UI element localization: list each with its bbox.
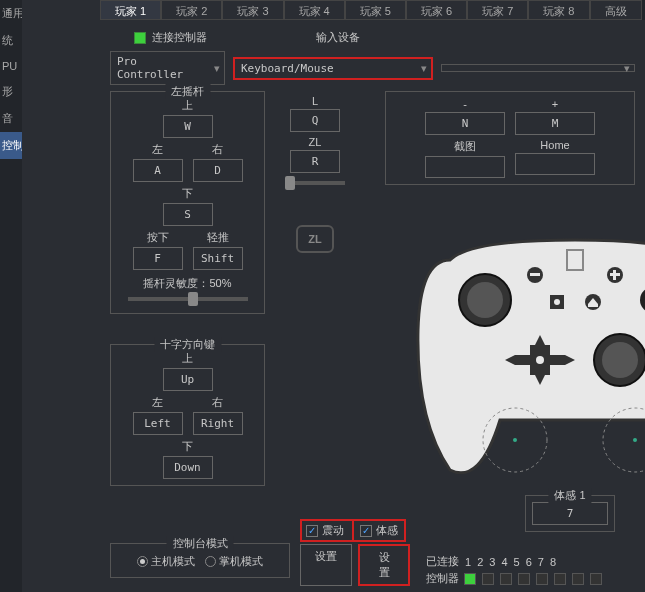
lstick-down-label: 下 — [182, 186, 193, 201]
lstick-mod-label: 轻推 — [207, 230, 229, 245]
connect-controller-label: 连接控制器 — [152, 30, 207, 45]
svg-point-29 — [513, 438, 517, 442]
home-label: Home — [540, 139, 569, 151]
controller-leds-label: 控制器 — [426, 571, 459, 586]
l-key[interactable]: Q — [290, 109, 340, 132]
dpad-down-label: 下 — [182, 439, 193, 454]
capture-label: 截图 — [454, 139, 476, 154]
minus-key[interactable]: N — [425, 112, 505, 135]
dpad-right-label: 右 — [212, 395, 223, 410]
l-label: L — [312, 95, 318, 107]
console-mode-title: 控制台模式 — [167, 536, 234, 551]
plus-key[interactable]: M — [515, 112, 595, 135]
tab-player-4[interactable]: 玩家 4 — [284, 0, 345, 20]
console-mode-group: 控制台模式 主机模式 掌机模式 — [110, 543, 290, 578]
zl-key[interactable]: R — [290, 150, 340, 173]
svg-point-25 — [554, 299, 560, 305]
stick-sensitivity-label: 摇杆灵敏度：50% — [117, 276, 258, 291]
lstick-left-label: 左 — [152, 142, 163, 157]
sidebar-item-controls[interactable]: 控制 — [0, 132, 22, 159]
dpad-up-label: 上 — [182, 351, 193, 366]
dpad-group: 十字方向键 上Up 左Left 右Right 下Down — [110, 344, 265, 486]
home-key[interactable] — [515, 153, 595, 175]
controller-type-dropdown[interactable]: Pro Controller — [110, 51, 225, 85]
settings-sidebar: 通用 统 PU 形 音 控制 — [0, 0, 22, 592]
player-tabs: 玩家 1 玩家 2 玩家 3 玩家 4 玩家 5 玩家 6 玩家 7 玩家 8 … — [100, 0, 645, 20]
led-5 — [536, 573, 548, 585]
dpad-title: 十字方向键 — [154, 337, 221, 352]
tab-player-2[interactable]: 玩家 2 — [161, 0, 222, 20]
slot-numbers: 12345678 — [465, 556, 556, 568]
controller-diagram: X Y A B — [410, 220, 645, 490]
tab-player-5[interactable]: 玩家 5 — [345, 0, 406, 20]
profile-dropdown[interactable] — [441, 64, 635, 72]
dpad-up-key[interactable]: Up — [163, 368, 213, 391]
motion-checkbox-group[interactable]: ✓体感 — [352, 519, 406, 542]
input-device-dropdown[interactable]: Keyboard/Mouse — [233, 57, 433, 80]
connected-label: 已连接 — [426, 554, 459, 569]
tab-advanced[interactable]: 高级 — [590, 0, 642, 20]
led-8 — [590, 573, 602, 585]
tab-player-6[interactable]: 玩家 6 — [406, 0, 467, 20]
minus-label: - — [463, 98, 467, 110]
sidebar-item-cpu[interactable]: PU — [0, 54, 22, 78]
svg-point-1 — [467, 282, 503, 318]
led-4 — [518, 573, 530, 585]
lstick-left-key[interactable]: A — [133, 159, 183, 182]
zl-label: ZL — [309, 136, 322, 148]
led-6 — [554, 573, 566, 585]
tab-player-1[interactable]: 玩家 1 — [100, 0, 161, 20]
dpad-left-key[interactable]: Left — [133, 412, 183, 435]
left-stick-group: 左摇杆 上 W 左A 右D 下 S 按下F 轻推Shift 摇杆灵敏度：50% — [110, 91, 265, 314]
sidebar-item-system[interactable]: 统 — [0, 27, 22, 54]
tab-player-3[interactable]: 玩家 3 — [222, 0, 283, 20]
motion-settings-button[interactable]: 设置 — [358, 544, 410, 586]
capture-key[interactable] — [425, 156, 505, 178]
lstick-press-label: 按下 — [147, 230, 169, 245]
lstick-right-label: 右 — [212, 142, 223, 157]
plus-label: + — [552, 98, 558, 110]
svg-rect-20 — [530, 273, 540, 276]
lstick-press-key[interactable]: F — [133, 247, 183, 270]
connect-controller-checkbox[interactable] — [134, 32, 146, 44]
lstick-mod-key[interactable]: Shift — [193, 247, 243, 270]
sidebar-item-graphics[interactable]: 形 — [0, 78, 22, 105]
svg-point-8 — [536, 356, 544, 364]
rumble-settings-button[interactable]: 设置 — [300, 544, 352, 586]
tab-player-7[interactable]: 玩家 7 — [467, 0, 528, 20]
led-7 — [572, 573, 584, 585]
rumble-checkbox-group[interactable]: ✓震动 — [300, 519, 354, 542]
lstick-up-label: 上 — [182, 98, 193, 113]
dpad-right-key[interactable]: Right — [193, 412, 243, 435]
left-stick-title: 左摇杆 — [165, 84, 210, 99]
svg-point-31 — [633, 438, 637, 442]
stick-sensitivity-slider[interactable] — [128, 297, 248, 301]
trigger-threshold-slider[interactable] — [285, 181, 345, 185]
tab-player-8[interactable]: 玩家 8 — [528, 0, 589, 20]
zl-display: ZL — [296, 225, 333, 253]
dpad-down-key[interactable]: Down — [163, 456, 213, 479]
input-device-label: 输入设备 — [238, 30, 438, 45]
lstick-up-key[interactable]: W — [163, 115, 213, 138]
led-1 — [464, 573, 476, 585]
dpad-left-label: 左 — [152, 395, 163, 410]
led-2 — [482, 573, 494, 585]
sidebar-item-audio[interactable]: 音 — [0, 105, 22, 132]
led-3 — [500, 573, 512, 585]
lstick-down-key[interactable]: S — [163, 203, 213, 226]
handheld-radio[interactable]: 掌机模式 — [205, 554, 263, 569]
svg-point-10 — [602, 342, 638, 378]
motion-title: 体感 1 — [548, 488, 591, 503]
docked-radio[interactable]: 主机模式 — [137, 554, 195, 569]
svg-rect-23 — [613, 270, 616, 280]
sidebar-item-general[interactable]: 通用 — [0, 0, 22, 27]
lstick-right-key[interactable]: D — [193, 159, 243, 182]
minus-plus-group: -N +M 截图 Home — [385, 91, 635, 185]
